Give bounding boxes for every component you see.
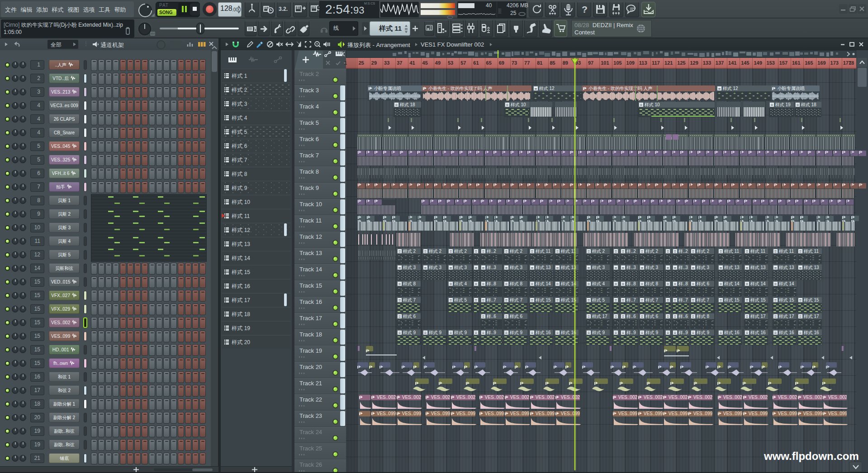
svg-text:?: ? <box>582 4 588 14</box>
svg-text:3.2.: 3.2. <box>279 6 288 12</box>
